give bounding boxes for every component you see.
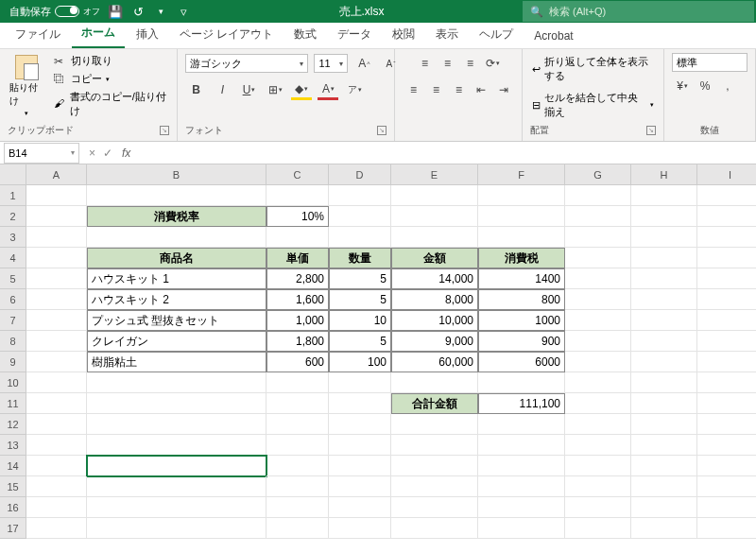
col-header-C[interactable]: C: [266, 164, 329, 185]
cell-F2[interactable]: [478, 206, 565, 227]
cell-H5[interactable]: [631, 268, 697, 289]
cell-F8[interactable]: 900: [478, 331, 565, 352]
cell-H10[interactable]: [631, 372, 697, 393]
format-painter-button[interactable]: 書式のコピー/貼り付け: [52, 89, 170, 119]
row-header-7[interactable]: 7: [0, 310, 26, 331]
cell-G7[interactable]: [565, 310, 631, 331]
cell-D11[interactable]: [329, 393, 391, 414]
cell-B8[interactable]: クレイガン: [87, 331, 266, 352]
spreadsheet-grid[interactable]: ABCDEFGHI12消費税率10%34商品名単価数量金額消費税5ハウスキット …: [0, 164, 756, 539]
align-left-button[interactable]: ≡: [403, 79, 423, 100]
indent-decrease-button[interactable]: ⇤: [471, 79, 491, 100]
cell-H14[interactable]: [631, 456, 697, 476]
cell-F7[interactable]: 1000: [478, 310, 565, 331]
redo-icon[interactable]: ▾: [153, 4, 168, 19]
cell-A10[interactable]: [26, 372, 87, 393]
row-header-1[interactable]: 1: [0, 185, 26, 206]
cell-D17[interactable]: [329, 518, 391, 539]
cell-C4[interactable]: 単価: [266, 248, 329, 268]
cell-I16[interactable]: [697, 497, 756, 518]
copy-button[interactable]: コピー▾: [52, 71, 170, 87]
cell-H11[interactable]: [631, 393, 697, 414]
cell-C16[interactable]: [266, 497, 329, 518]
cell-A7[interactable]: [26, 310, 87, 331]
cell-B3[interactable]: [87, 227, 266, 248]
cell-I12[interactable]: [697, 414, 756, 435]
cell-B9[interactable]: 樹脂粘土: [87, 352, 266, 372]
cell-B15[interactable]: [87, 476, 266, 497]
cell-G6[interactable]: [565, 289, 631, 310]
cell-D2[interactable]: [329, 206, 391, 227]
dialog-launcher-icon[interactable]: ↘: [377, 126, 387, 135]
cell-E9[interactable]: 60,000: [391, 352, 478, 372]
cell-F4[interactable]: 消費税: [478, 248, 565, 268]
cell-D16[interactable]: [329, 497, 391, 518]
font-size-dropdown[interactable]: 11▾: [314, 54, 348, 73]
col-header-E[interactable]: E: [391, 164, 478, 185]
cell-H17[interactable]: [631, 518, 697, 539]
cell-E13[interactable]: [391, 435, 478, 456]
cell-F15[interactable]: [478, 476, 565, 497]
cell-F17[interactable]: [478, 518, 565, 539]
italic-button[interactable]: I: [212, 79, 232, 100]
border-button[interactable]: ⊞▾: [265, 79, 285, 100]
cell-D13[interactable]: [329, 435, 391, 456]
comma-button[interactable]: ,: [717, 76, 738, 96]
cell-A4[interactable]: [26, 248, 87, 268]
row-header-8[interactable]: 8: [0, 331, 26, 352]
cell-E2[interactable]: [391, 206, 478, 227]
row-header-6[interactable]: 6: [0, 289, 26, 310]
col-header-H[interactable]: H: [631, 164, 697, 185]
col-header-A[interactable]: A: [26, 164, 87, 185]
cell-G3[interactable]: [565, 227, 631, 248]
align-middle-button[interactable]: ≡: [437, 53, 457, 74]
cell-I5[interactable]: [697, 268, 756, 289]
cell-C6[interactable]: 1,600: [266, 289, 329, 310]
cell-E11[interactable]: 合計金額: [391, 393, 478, 414]
cell-E1[interactable]: [391, 185, 478, 206]
cell-C8[interactable]: 1,800: [266, 331, 329, 352]
cell-I1[interactable]: [697, 185, 756, 206]
cell-B17[interactable]: [87, 518, 266, 539]
cell-I10[interactable]: [697, 372, 756, 393]
indent-increase-button[interactable]: ⇥: [493, 79, 514, 100]
align-right-button[interactable]: ≡: [448, 79, 469, 100]
cell-G2[interactable]: [565, 206, 631, 227]
cell-B2[interactable]: 消費税率: [87, 206, 266, 227]
cell-C7[interactable]: 1,000: [266, 310, 329, 331]
cell-E12[interactable]: [391, 414, 478, 435]
autosave-toggle[interactable]: 自動保存 オフ: [9, 5, 100, 19]
cell-G10[interactable]: [565, 372, 631, 393]
cell-H3[interactable]: [631, 227, 697, 248]
font-name-dropdown[interactable]: 游ゴシック▾: [185, 54, 308, 73]
cell-C11[interactable]: [266, 393, 329, 414]
tab-formulas[interactable]: 数式: [284, 23, 326, 48]
cell-I6[interactable]: [697, 289, 756, 310]
cell-E7[interactable]: 10,000: [391, 310, 478, 331]
cell-E8[interactable]: 9,000: [391, 331, 478, 352]
cell-E10[interactable]: [391, 372, 478, 393]
cell-A12[interactable]: [26, 414, 87, 435]
cell-G12[interactable]: [565, 414, 631, 435]
cell-F10[interactable]: [478, 372, 565, 393]
cell-D1[interactable]: [329, 185, 391, 206]
cancel-icon[interactable]: ×: [89, 147, 95, 160]
align-bottom-button[interactable]: ≡: [459, 53, 480, 74]
cell-D3[interactable]: [329, 227, 391, 248]
cell-E6[interactable]: 8,000: [391, 289, 478, 310]
cell-D5[interactable]: 5: [329, 268, 391, 289]
row-header-14[interactable]: 14: [0, 456, 26, 476]
cell-D8[interactable]: 5: [329, 331, 391, 352]
paste-button[interactable]: 貼り付け ▾: [8, 53, 46, 119]
cell-F6[interactable]: 800: [478, 289, 565, 310]
cell-A9[interactable]: [26, 352, 87, 372]
cell-C15[interactable]: [266, 476, 329, 497]
cell-F9[interactable]: 6000: [478, 352, 565, 372]
search-box[interactable]: 🔍 検索 (Alt+Q): [523, 1, 754, 22]
tab-help[interactable]: ヘルプ: [470, 23, 523, 48]
accounting-button[interactable]: ¥▾: [672, 76, 693, 96]
row-header-5[interactable]: 5: [0, 268, 26, 289]
col-header-B[interactable]: B: [87, 164, 266, 185]
cell-C17[interactable]: [266, 518, 329, 539]
cell-B1[interactable]: [87, 185, 266, 206]
